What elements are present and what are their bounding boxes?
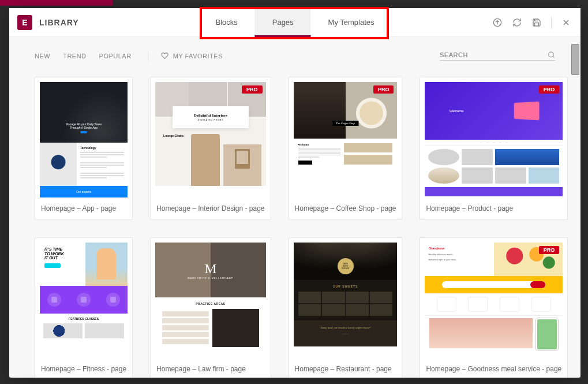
pro-badge: PRO [539,85,560,94]
tab-pages[interactable]: Pages [255,8,311,36]
modal-header: E LIBRARY Blocks Pages My Templates [9,8,580,37]
template-caption: Homepage – Goodness meal service - page [420,363,567,378]
template-card[interactable]: PRO Goodness Healthy delicious meals del… [420,237,568,378]
template-thumbnail: PRO Welcome ————— [425,82,563,197]
filter-new[interactable]: NEW [35,53,50,59]
template-card[interactable]: DAMN GOOD BURGER OUR SWEETS "Tasty food,… [289,237,403,378]
pro-badge: PRO [242,85,263,94]
svg-point-1 [549,52,554,57]
template-card[interactable]: PRO The Coffee Shop Welcome [289,77,403,220]
template-thumbnail: PRO Delightful Interiors DEDICATED ROOMS… [155,82,265,197]
sync-icon[interactable] [508,14,526,31]
pro-badge: PRO [373,85,394,94]
template-caption: Homepage – Restaurant - page [289,363,402,378]
template-thumbnail: M MARKOWITZ & MELLENCAMP PRACTICE AREAS [155,243,265,358]
search-input[interactable] [440,51,548,58]
favorites-label: MY FAVORITES [173,53,223,59]
save-icon[interactable] [528,14,545,31]
pro-badge: PRO [539,246,560,254]
template-caption: Homepage – App - page [35,202,132,219]
template-card[interactable]: PRO Welcome ————— [420,77,568,220]
heart-icon [161,52,168,59]
template-thumbnail: IT'S TIME TO WORK IT OUT FEATURED CLASSE… [40,243,128,358]
tab-my-templates[interactable]: My Templates [311,8,392,36]
header-actions [489,14,580,31]
filter-favorites[interactable]: MY FAVORITES [161,52,223,59]
template-grid: Manage All your Daily Tasks Through A Si… [9,69,580,378]
template-card[interactable]: Manage All your Daily Tasks Through A Si… [35,77,133,220]
library-modal: E LIBRARY Blocks Pages My Templates [9,8,580,378]
template-card[interactable]: IT'S TIME TO WORK IT OUT FEATURED CLASSE… [35,237,133,378]
scrollbar-thumb[interactable] [571,44,579,75]
template-caption: Homepage – Product - page [420,202,567,219]
template-thumbnail: DAMN GOOD BURGER OUR SWEETS "Tasty food,… [294,243,398,358]
subheader: NEW TREND POPULAR MY FAVORITES [9,37,580,69]
filter-trend[interactable]: TREND [63,53,86,59]
tabs: Blocks Pages My Templates [198,8,391,36]
search-icon [548,51,555,59]
elementor-logo: E [17,15,32,30]
template-thumbnail: PRO The Coffee Shop Welcome [294,82,398,197]
tab-blocks[interactable]: Blocks [198,8,254,36]
template-caption: Homepage – Interior Design - page [151,202,270,219]
template-caption: Homepage – Coffee Shop - page [289,202,402,219]
filter-popular[interactable]: POPULAR [99,53,132,59]
search-field[interactable] [440,51,555,61]
filter-bar: NEW TREND POPULAR MY FAVORITES [35,51,223,61]
template-card[interactable]: M MARKOWITZ & MELLENCAMP PRACTICE AREAS … [150,237,271,378]
close-icon[interactable] [557,14,575,31]
template-card[interactable]: PRO Delightful Interiors DEDICATED ROOMS… [150,77,271,220]
template-caption: Homepage – Fitness - page [35,363,132,378]
template-thumbnail: PRO Goodness Healthy delicious meals del… [425,243,563,358]
template-thumbnail: Manage All your Daily Tasks Through A Si… [40,82,128,197]
modal-title: LIBRARY [39,18,79,27]
upload-icon[interactable] [489,14,506,31]
template-caption: Homepage – Law firm - page [151,363,270,378]
